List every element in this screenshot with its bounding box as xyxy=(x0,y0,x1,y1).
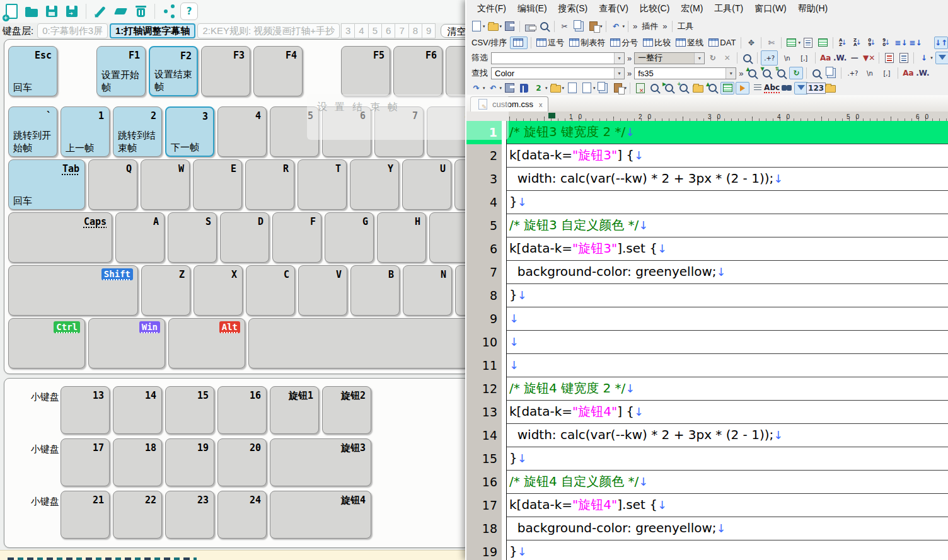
folder-search-icon[interactable] xyxy=(824,82,837,94)
code-line-text[interactable]: /* 旋钮4 键宽度 2 */↓ xyxy=(507,377,948,401)
key-S[interactable]: S xyxy=(168,212,217,263)
filter-refresh-icon[interactable]: ↻ xyxy=(706,52,719,64)
code-line-text[interactable]: }↓ xyxy=(507,447,948,471)
find-in-files-icon[interactable] xyxy=(810,67,823,79)
chevron-down-icon[interactable]: ▾ xyxy=(625,86,627,91)
whole-word-icon[interactable]: .W. xyxy=(833,52,847,64)
key-13[interactable]: 13 xyxy=(61,386,110,434)
key-X[interactable]: X xyxy=(194,265,243,316)
newline-toggle[interactable]: \n xyxy=(779,51,795,65)
code-line[interactable]: 1/* 旋钮3 键宽度 2 */↓ xyxy=(466,121,948,144)
layer-tab-4[interactable]: 4 xyxy=(354,23,368,38)
code-line-text[interactable]: k[data-k="旋钮3"].set {↓ xyxy=(507,237,948,261)
key-18[interactable]: 18 xyxy=(113,438,162,486)
key-7[interactable]: 7 xyxy=(374,106,424,157)
key-F4[interactable]: F4 xyxy=(253,46,303,96)
code-line-text[interactable]: }↓ xyxy=(507,284,948,307)
key-B[interactable]: B xyxy=(350,265,400,316)
find-refresh-icon[interactable]: ↻ xyxy=(789,67,803,79)
find-bracket-toggle[interactable]: [,] xyxy=(879,66,894,80)
code-line[interactable]: 5/* 旋钮3 自定义颜色 */↓ xyxy=(466,214,948,237)
overflow-chevron-icon[interactable]: » xyxy=(626,69,633,78)
key-Caps[interactable]: Caps xyxy=(8,212,112,263)
copy-results-icon[interactable] xyxy=(824,67,838,79)
save-file-icon[interactable] xyxy=(503,20,516,33)
sort-long-icon[interactable]: ≡↓ xyxy=(909,37,922,49)
key-8[interactable]: 8 xyxy=(427,106,470,157)
code-line[interactable]: 19}↓ xyxy=(466,540,948,560)
key-C[interactable]: C xyxy=(246,265,295,316)
menu-item-3[interactable]: 查看(V) xyxy=(593,2,634,16)
code-line-text[interactable]: /* 旋钮3 键宽度 2 */↓ xyxy=(507,121,948,144)
key-E[interactable]: E xyxy=(193,159,242,210)
code-line-text[interactable]: }↓ xyxy=(507,540,948,560)
chevron-down-icon[interactable]: ▾ xyxy=(483,24,485,29)
menu-item-7[interactable]: 窗口(W) xyxy=(749,2,792,16)
menu-item-0[interactable]: 文件(F) xyxy=(471,2,512,16)
code-line-text[interactable]: background-color: greenyellow;↓ xyxy=(507,517,948,540)
new-file-icon[interactable] xyxy=(470,20,483,33)
key-G[interactable]: G xyxy=(325,212,374,263)
zoom-next-icon[interactable]: ▶ xyxy=(662,82,676,94)
csv-comma-button[interactable]: 逗号 xyxy=(535,37,566,49)
key-旋钮4[interactable]: 旋钮4 xyxy=(270,491,371,539)
code-line[interactable]: 11↓ xyxy=(466,354,948,377)
key-F1[interactable]: F1设置开始帧 xyxy=(96,46,146,96)
key-5[interactable]: 5 xyxy=(270,106,319,157)
trash-icon[interactable] xyxy=(132,3,149,20)
csv-tab-button[interactable]: 制表符 xyxy=(567,37,607,49)
edit-cell-icon[interactable] xyxy=(802,37,815,49)
matched-lines-icon[interactable] xyxy=(882,52,896,64)
zoom-plus-icon[interactable]: + xyxy=(677,82,690,94)
key-blank[interactable] xyxy=(248,318,470,369)
csv-pipe-button[interactable]: 竖线 xyxy=(674,37,705,49)
eraser-icon[interactable] xyxy=(112,3,129,20)
match-case-icon[interactable]: Aa xyxy=(819,52,832,64)
key-1[interactable]: 1上一帧 xyxy=(61,106,110,157)
key-Esc[interactable]: Esc回车 xyxy=(8,46,57,96)
key-F2[interactable]: F2设置结束帧 xyxy=(149,46,198,96)
macro-save-icon[interactable] xyxy=(503,82,516,94)
chevron-down-icon[interactable]: ▾ xyxy=(614,68,624,79)
find-newline-toggle[interactable]: \n xyxy=(862,66,877,80)
menu-item-2[interactable]: 搜索(S) xyxy=(553,2,594,16)
code-line-text[interactable]: ↓ xyxy=(507,307,948,331)
key-Y[interactable]: Y xyxy=(350,159,399,210)
code-line[interactable]: 18 background-color: greenyellow;↓ xyxy=(466,517,948,540)
undo-icon[interactable]: ↶ xyxy=(610,20,623,33)
chevron-down-icon[interactable]: ▾ xyxy=(623,24,625,29)
layer-tab-8[interactable]: 8 xyxy=(408,23,422,38)
new-layout-icon[interactable] xyxy=(3,3,20,20)
code-line[interactable]: 4}↓ xyxy=(466,191,948,214)
macro-open-icon[interactable] xyxy=(549,82,562,94)
key-W[interactable]: W xyxy=(141,159,190,210)
open-file-icon[interactable] xyxy=(487,20,500,33)
key-旋钮3[interactable]: 旋钮3 xyxy=(270,438,371,486)
chevron-down-icon[interactable]: ▾ xyxy=(725,68,736,79)
csv-dat-button[interactable]: DAT xyxy=(707,38,737,47)
code-line[interactable]: 6k[data-k="旋钮3"].set {↓ xyxy=(466,237,948,261)
csv-compare-button[interactable]: 比较 xyxy=(641,37,673,49)
code-line[interactable]: 3 width: calc(var(--kw) * 2 + 3px * (2 -… xyxy=(466,168,948,191)
dash-icon[interactable]: — xyxy=(848,52,861,64)
menu-item-8[interactable]: 帮助(H) xyxy=(792,2,833,16)
key-Z[interactable]: Z xyxy=(141,265,190,316)
next-match-icon[interactable]: ↓ xyxy=(917,52,930,64)
macro-copy-icon[interactable] xyxy=(597,82,610,94)
menu-item-1[interactable]: 编辑(E) xyxy=(512,2,553,16)
code-line-text[interactable]: background-color: greenyellow;↓ xyxy=(507,261,948,284)
unmatched-lines-icon[interactable] xyxy=(897,52,910,64)
macro-new2-icon[interactable] xyxy=(580,82,593,94)
print-preview-icon[interactable] xyxy=(538,20,551,33)
print-icon[interactable] xyxy=(523,20,536,33)
key-17[interactable]: 17 xyxy=(61,438,110,486)
sort-09-icon[interactable]: 09↓ xyxy=(865,37,879,49)
find-folder-icon[interactable] xyxy=(691,82,705,94)
code-line[interactable]: 15}↓ xyxy=(466,447,948,471)
key-U[interactable]: U xyxy=(402,159,451,210)
key-Shift[interactable]: Shift xyxy=(8,265,138,316)
key-D[interactable]: D xyxy=(220,212,269,263)
help-icon[interactable]: ? xyxy=(180,3,198,20)
toggle-updown-icon[interactable]: ↓↑ xyxy=(934,37,948,49)
export-excel-icon[interactable] xyxy=(633,82,647,94)
